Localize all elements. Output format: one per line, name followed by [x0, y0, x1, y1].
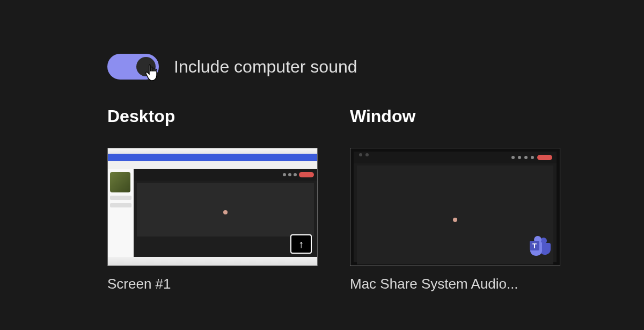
teams-icon: T — [529, 234, 551, 257]
svg-text:T: T — [532, 242, 537, 250]
share-arrow-icon: ↑ — [290, 234, 312, 254]
desktop-heading: Desktop — [107, 106, 318, 126]
share-sections: Desktop — [107, 106, 644, 292]
desktop-section: Desktop — [107, 106, 318, 292]
screen-1-thumbnail: ↑ — [107, 148, 318, 266]
teams-window-label: Mac Share System Audio... — [350, 276, 560, 292]
teams-window-thumbnail: T — [350, 148, 560, 266]
include-sound-label: Include computer sound — [174, 57, 357, 77]
screen-1-label: Screen #1 — [107, 276, 318, 292]
hand-cursor-icon — [144, 63, 161, 84]
screen-1-option[interactable]: ↑ Screen #1 — [107, 148, 318, 292]
include-sound-toggle[interactable] — [107, 54, 159, 80]
teams-window-option[interactable]: T Mac Share System Audio... — [350, 148, 560, 292]
share-tray: Include computer sound Desktop — [0, 0, 644, 292]
include-sound-row: Include computer sound — [107, 54, 644, 80]
window-section: Window — [350, 106, 560, 292]
window-heading: Window — [350, 106, 560, 126]
